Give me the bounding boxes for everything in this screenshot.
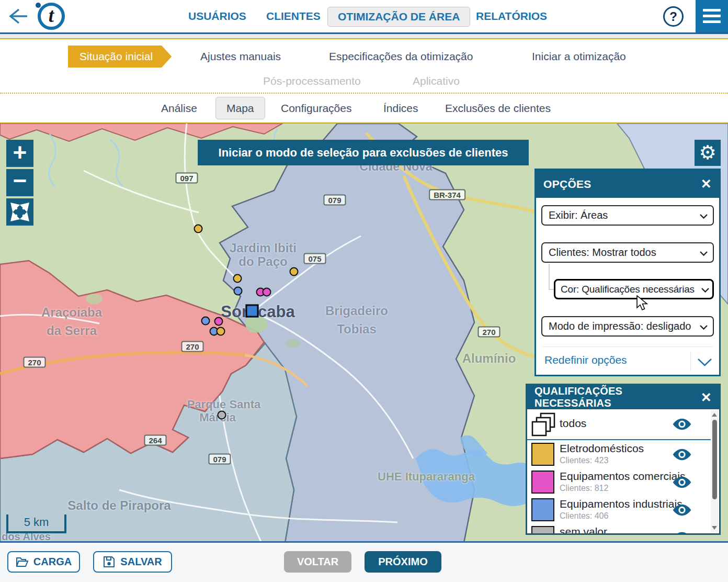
map-settings-gear-button[interactable]: ⚙ <box>695 140 721 166</box>
nav-relatorios[interactable]: RELATÓRIOS <box>476 0 547 32</box>
tab-exclusoes-de-clientes[interactable]: Exclusões de clientes <box>445 98 551 118</box>
map-tabs: Análise Mapa Configurações Índices Exclu… <box>0 94 728 122</box>
wizard-step-situacao-inicial[interactable]: Situação inicial <box>68 46 172 68</box>
road-shield: 270 <box>23 357 46 368</box>
tab-indices[interactable]: Índices <box>383 98 418 118</box>
options-divider <box>542 346 713 347</box>
road-shield: 079 <box>208 454 231 465</box>
legend-row-eletrodomesticos[interactable]: Eletrodomésticos Clientes: 423 <box>527 441 710 468</box>
display-mode-value: Exibir: Áreas <box>549 209 608 221</box>
save-floppy-icon <box>103 556 115 568</box>
map-place-label: Salto de Pirapora <box>67 498 170 513</box>
folder-icon <box>16 556 28 568</box>
legend-close-icon[interactable]: ✕ <box>701 391 712 404</box>
legend-panel-header: QUALIFICAÇÕES NECESSÁRIAS ✕ <box>527 385 719 409</box>
road-shield: BR-374 <box>429 189 465 200</box>
options-panel: OPÇÕES ✕ Exibir: Áreas Clientes: Mostrar… <box>534 169 721 376</box>
zoom-out-button[interactable]: − <box>6 169 33 196</box>
color-swatch <box>531 498 554 521</box>
back-arrow-icon[interactable] <box>6 6 29 26</box>
road-shield: 097 <box>175 173 198 184</box>
expand-arrows-icon <box>9 202 30 222</box>
wizard-steps: Situação inicial Ajustes manuais Especif… <box>0 39 728 94</box>
client-marker[interactable] <box>214 317 223 326</box>
client-marker[interactable] <box>263 288 271 297</box>
load-button[interactable]: CARGA <box>7 551 80 573</box>
legend-client-count: Clientes: 406 <box>560 511 608 521</box>
legend-label: Equipamentos industriais <box>560 498 682 510</box>
client-marker[interactable] <box>234 287 243 296</box>
tab-analise[interactable]: Análise <box>161 98 197 118</box>
client-marker[interactable] <box>201 317 210 326</box>
options-footer-separator <box>690 352 691 371</box>
map-place-label: Araçoiaba <box>41 305 102 320</box>
visibility-eye-icon[interactable] <box>672 531 692 533</box>
legend-body: todos Eletrodomésticos Clientes: 423 Equ… <box>527 409 719 533</box>
nav-otimizacao-de-area[interactable]: OTIMIZAÇÃO DE ÁREA <box>327 7 470 27</box>
map-place-label: Alumínio <box>462 351 516 366</box>
legend-client-count: Clientes: 812 <box>560 484 608 493</box>
legend-divider <box>527 439 711 440</box>
display-mode-select[interactable]: Exibir: Áreas <box>541 205 714 226</box>
nav-usuarios[interactable]: USUÁRIOS <box>188 0 246 32</box>
legend-row-equipamentos-comerciais[interactable]: Equipamentos comerciais Clientes: 812 <box>527 468 710 496</box>
map-place-label: Parque Santa <box>187 398 261 411</box>
map-place-label: da Serra <box>47 323 97 338</box>
road-shield: 270 <box>181 341 203 352</box>
visibility-eye-icon[interactable] <box>672 448 692 461</box>
tab-configuracoes[interactable]: Configurações <box>281 98 351 118</box>
client-marker[interactable] <box>233 274 242 283</box>
tab-mapa[interactable]: Mapa <box>215 97 265 119</box>
client-marker[interactable] <box>218 411 226 420</box>
qualifications-legend-panel: QUALIFICAÇÕES NECESSÁRIAS ✕ todos Eletro… <box>526 384 721 535</box>
tabs-bottom-divider <box>0 122 728 124</box>
chevron-down-icon <box>700 214 708 219</box>
selection-mode-banner-button[interactable]: Iniciar o modo de seleção para exclusões… <box>198 140 529 165</box>
visibility-eye-icon[interactable] <box>672 476 692 489</box>
legend-row-todos[interactable]: todos <box>527 410 710 438</box>
scrollbar-thumb[interactable] <box>712 420 717 499</box>
color-mode-value: Cor: Qualificações necessárias <box>561 284 695 295</box>
hamburger-menu-button[interactable] <box>696 0 728 32</box>
wizard-step-pos-processamento: Pós-processamento <box>263 71 361 91</box>
legend-row-sem-valor[interactable]: sem valor <box>527 524 710 533</box>
client-marker[interactable] <box>217 327 225 336</box>
options-close-icon[interactable]: ✕ <box>701 177 712 191</box>
mouse-cursor <box>636 295 649 311</box>
visibility-eye-icon[interactable] <box>672 418 692 431</box>
nav-clientes[interactable]: CLIENTES <box>266 0 321 32</box>
selected-client-marker[interactable] <box>246 305 259 318</box>
legend-panel-title: QUALIFICAÇÕES NECESSÁRIAS <box>534 385 701 409</box>
header-divider-gray <box>0 34 728 38</box>
legend-scrollbar[interactable] <box>711 410 718 532</box>
dropdown-connector-line <box>549 264 550 290</box>
zoom-in-button[interactable]: + <box>6 140 33 167</box>
legend-row-equipamentos-industriais[interactable]: Equipamentos industriais Clientes: 406 <box>527 496 710 524</box>
next-step-button[interactable]: PRÓXIMO <box>365 551 441 573</box>
clients-filter-select[interactable]: Clientes: Mostrar todos <box>541 242 714 263</box>
visibility-eye-icon[interactable] <box>672 503 692 517</box>
road-shield: 270 <box>477 327 500 338</box>
collapse-chevron-icon[interactable] <box>698 359 712 366</box>
color-mode-select[interactable]: Cor: Qualificações necessárias <box>554 279 714 299</box>
legend-client-count: Clientes: 423 <box>560 456 608 465</box>
chevron-down-icon <box>701 288 709 293</box>
map-scale-bar: 5 km <box>6 514 66 533</box>
print-mode-select[interactable]: Modo de impressão: desligado <box>541 316 714 337</box>
help-button[interactable]: ? <box>663 6 684 27</box>
scrollbar-down-arrow[interactable] <box>712 526 717 530</box>
wizard-step-ajustes-manuais[interactable]: Ajustes manuais <box>200 46 281 68</box>
legend-label: Eletrodomésticos <box>560 442 644 455</box>
scrollbar-up-arrow[interactable] <box>712 413 717 417</box>
fullscreen-button[interactable] <box>6 198 33 226</box>
save-button[interactable]: SALVAR <box>93 551 172 573</box>
reset-options-link[interactable]: Redefinir opções <box>544 354 627 366</box>
client-marker[interactable] <box>194 225 203 233</box>
wizard-step-iniciar-otimizacao[interactable]: Iniciar a otimização <box>532 46 626 68</box>
legend-label: todos <box>560 417 586 430</box>
app-logo[interactable]: t <box>38 3 65 30</box>
client-marker[interactable] <box>290 267 299 276</box>
clients-filter-value: Clientes: Mostrar todos <box>549 247 656 258</box>
options-panel-header: OPÇÕES ✕ <box>536 170 719 198</box>
wizard-step-especificacoes[interactable]: Especificações da otimização <box>329 46 473 68</box>
